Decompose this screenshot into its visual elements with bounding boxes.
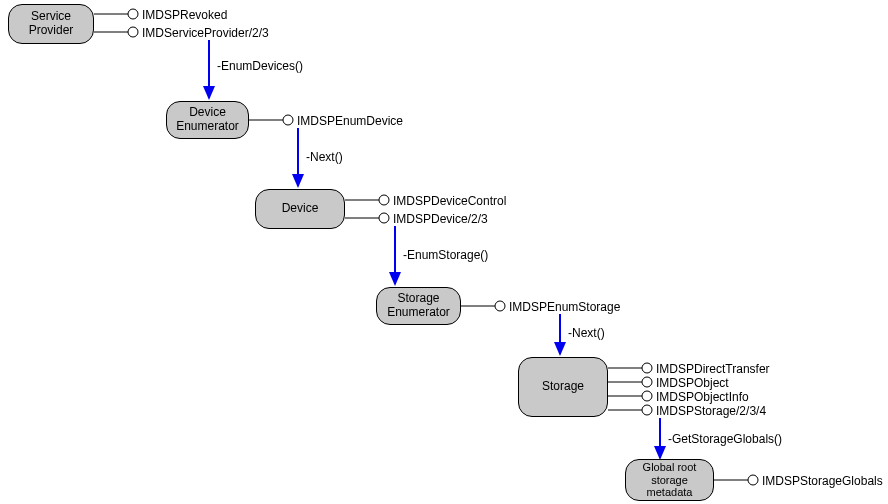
node-service-provider: ServiceProvider [8, 4, 94, 44]
call-label-next2: -Next() [568, 326, 605, 340]
iface-label-enum-storage: IMDSPEnumStorage [509, 300, 620, 314]
svg-point-21 [642, 391, 652, 401]
svg-point-1 [128, 9, 138, 19]
iface-label-storage: IMDSPStorage/2/3/4 [656, 404, 766, 418]
iface-label-object: IMDSPObject [656, 376, 729, 390]
node-label: Device [282, 202, 319, 216]
call-label-enum-devices: -EnumDevices() [217, 59, 303, 73]
node-label: StorageEnumerator [387, 292, 450, 320]
iface-label-device: IMDSPDevice/2/3 [393, 212, 488, 226]
node-device-enumerator: DeviceEnumerator [166, 101, 249, 139]
svg-point-26 [748, 475, 758, 485]
svg-point-11 [379, 213, 389, 223]
svg-point-14 [495, 301, 505, 311]
svg-point-3 [128, 27, 138, 37]
iface-label-direct-transfer: IMDSPDirectTransfer [656, 362, 770, 376]
call-label-enum-storage: -EnumStorage() [403, 248, 488, 262]
iface-label-object-info: IMDSPObjectInfo [656, 390, 749, 404]
lollipop-storage-iface [608, 405, 652, 415]
node-storage: Storage [518, 357, 608, 417]
node-label: DeviceEnumerator [176, 106, 239, 134]
call-label-get-storage-globals: -GetStorageGlobals() [668, 432, 782, 446]
svg-point-19 [642, 377, 652, 387]
svg-point-6 [283, 115, 293, 125]
svg-point-17 [642, 363, 652, 373]
call-label-next1: -Next() [306, 150, 343, 164]
lollipop-enum-device [249, 115, 293, 125]
lollipop-enum-storage [461, 301, 505, 311]
svg-point-9 [379, 195, 389, 205]
iface-label-enum-device: IMDSPEnumDevice [297, 114, 403, 128]
lollipop-device-iface [345, 213, 389, 223]
lollipop-device-control [345, 195, 389, 205]
lollipop-storage-globals [714, 475, 758, 485]
lollipop-sp-revoked [94, 9, 138, 19]
svg-point-23 [642, 405, 652, 415]
iface-label-device-control: IMDSPDeviceControl [393, 194, 506, 208]
node-device: Device [255, 189, 345, 229]
lollipop-direct-transfer [608, 363, 652, 373]
lollipop-object [608, 377, 652, 387]
iface-label-service-provider: IMDServiceProvider/2/3 [142, 26, 269, 40]
node-label: Global rootstoragemetadata [643, 461, 697, 499]
lollipop-object-info [608, 391, 652, 401]
node-label: Storage [542, 380, 584, 394]
node-label: ServiceProvider [29, 10, 74, 38]
iface-label-storage-globals: IMDSPStorageGlobals [762, 474, 883, 488]
node-storage-enumerator: StorageEnumerator [376, 287, 461, 325]
lollipop-sp-provider [94, 27, 138, 37]
iface-label-revoked: IMDSPRevoked [142, 8, 227, 22]
node-global-root: Global rootstoragemetadata [625, 459, 714, 501]
